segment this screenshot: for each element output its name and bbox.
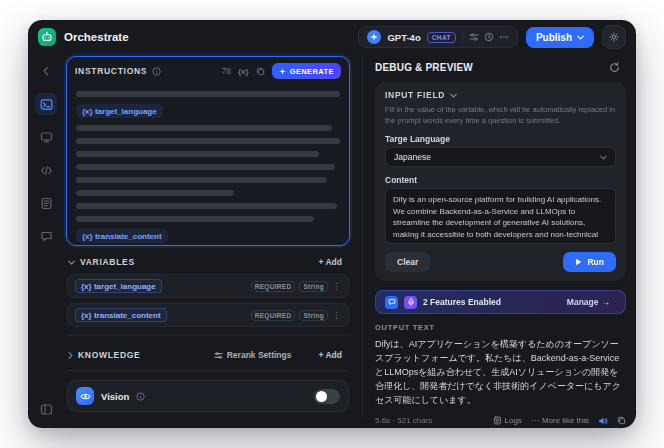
sliders-icon [214, 351, 223, 360]
skeleton-line [76, 203, 337, 209]
skeleton-line [76, 216, 314, 222]
run-label: Run [587, 257, 604, 267]
output-title: OUTPUT TEXT [375, 323, 626, 332]
logs-label: Logs [505, 416, 522, 425]
params-sliders-icon[interactable] [469, 32, 479, 42]
prompt-editor[interactable]: {x} target_language {x} translate_conten… [67, 83, 349, 245]
variable-row[interactable]: {x} translate_content REQUIRED String ⋮ [67, 303, 349, 327]
app-logo-icon [38, 28, 56, 46]
target-language-value: Japanese [394, 152, 431, 162]
vision-label: Vision [101, 391, 129, 402]
vision-toggle[interactable] [314, 389, 340, 404]
output-section: OUTPUT TEXT Difyは、AIアプリケーションを構築するためのオープン… [375, 323, 626, 418]
clear-button[interactable]: Clear [385, 252, 430, 272]
refresh-button[interactable] [603, 61, 626, 74]
required-badge: REQUIRED [251, 310, 296, 321]
manage-features-button[interactable]: Manage → [561, 296, 616, 308]
skeleton-line [76, 164, 335, 170]
sparkle-icon [279, 68, 286, 75]
variable-tag-translate-content: {x} translate_content [76, 229, 168, 243]
input-field-title: INPUT FIELD [385, 90, 445, 100]
generate-label: GENERATE [290, 67, 334, 76]
output-meta: 5.6s · 521 chars [375, 416, 432, 425]
orchestrate-panel: INSTRUCTIONS 78 {x} GEN [66, 56, 350, 418]
more-options-icon[interactable] [499, 32, 509, 42]
debug-actions: Clear Run [385, 252, 616, 272]
collapse-sidebar-icon[interactable] [35, 398, 57, 420]
skeleton-line [76, 190, 234, 196]
knowledge-title: KNOWLEDGE [78, 350, 141, 360]
speak-button[interactable] [598, 416, 608, 426]
insert-variable-icon[interactable]: {x} [238, 67, 249, 76]
add-knowledge-button[interactable]: + Add [312, 349, 348, 361]
chevron-right-icon [68, 352, 73, 359]
variable-tag: {x} target_language [75, 279, 162, 293]
run-button[interactable]: Run [563, 252, 616, 272]
logs-icon [493, 416, 502, 425]
required-badge: REQUIRED [251, 281, 296, 292]
knowledge-section-header[interactable]: KNOWLEDGE Rerank Settings + Add [66, 339, 350, 367]
logs-button[interactable]: Logs [493, 416, 522, 425]
skeleton-line [76, 125, 332, 131]
variable-row[interactable]: {x} target_language REQUIRED String ⋮ [67, 274, 349, 298]
copy-icon [617, 416, 626, 425]
input-field-card: INPUT FIELD Fill in the value of the var… [375, 82, 626, 281]
add-variable-button[interactable]: + Add [312, 256, 348, 268]
skeleton-line [76, 91, 340, 97]
gear-icon [609, 31, 619, 43]
history-icon[interactable] [484, 32, 494, 42]
rerank-settings-button[interactable]: Rerank Settings [208, 349, 298, 361]
sidebar-item-preview[interactable] [35, 126, 57, 148]
token-count: 78 [222, 66, 231, 76]
debug-title: DEBUG & PREVIEW [375, 62, 473, 73]
debug-preview-panel: DEBUG & PREVIEW INPUT FIELD Fill in the … [362, 56, 626, 418]
copy-prompt-icon[interactable] [256, 67, 265, 76]
input-field-description: Fill in the value of the variable, which… [385, 105, 616, 126]
top-bar: Orchestrate GPT-4o CHAT [28, 20, 636, 54]
info-icon [152, 67, 161, 76]
back-icon[interactable] [35, 60, 57, 82]
variable-tag-target-language: {x} target_language [76, 104, 163, 118]
debug-header: DEBUG & PREVIEW [375, 56, 626, 82]
chevron-down-icon [600, 155, 607, 160]
sidebar-item-logs[interactable] [35, 192, 57, 214]
chevron-down-icon [68, 260, 75, 265]
app-settings-button[interactable] [602, 25, 626, 49]
variable-tag: {x} translate_content [75, 308, 167, 322]
variables-title: VARIABLES [80, 257, 135, 267]
sidebar-item-orchestrate[interactable] [35, 93, 57, 115]
content-textarea[interactable]: Dify is an open-source platform for buil… [385, 188, 616, 244]
skeleton-line [76, 138, 340, 144]
vision-feature-row: Vision [67, 380, 349, 412]
speech-to-text-icon [404, 296, 417, 309]
input-field-header[interactable]: INPUT FIELD [385, 90, 616, 100]
left-icon-rail [28, 54, 64, 428]
info-icon [136, 392, 145, 401]
variable-menu-icon[interactable]: ⋮ [332, 311, 341, 320]
output-text: Difyは、AIアプリケーションを構築するためのオープンソースプラットフォームで… [375, 338, 626, 408]
more-like-this-button[interactable]: ⋯ More like this [531, 416, 589, 425]
features-enabled-bar[interactable]: 2 Features Enabled Manage → [375, 290, 626, 314]
model-selector[interactable]: GPT-4o CHAT [358, 26, 517, 48]
speaker-icon [598, 416, 608, 426]
rerank-label: Rerank Settings [227, 350, 292, 360]
skeleton-line [76, 151, 319, 157]
target-language-select[interactable]: Japanese [385, 147, 616, 167]
target-language-label: Targe Language [385, 134, 616, 144]
chat-mode-badge: CHAT [427, 32, 456, 43]
section-divider [67, 370, 349, 371]
copy-output-button[interactable] [617, 416, 626, 425]
app-window: Orchestrate GPT-4o CHAT [28, 20, 636, 428]
generate-button[interactable]: GENERATE [272, 63, 341, 79]
variables-section-header[interactable]: VARIABLES + Add [66, 246, 350, 274]
content-label: Content [385, 175, 616, 185]
skeleton-line [76, 177, 327, 183]
type-badge: String [299, 310, 328, 321]
chevron-down-icon [450, 93, 457, 98]
variable-menu-icon[interactable]: ⋮ [332, 282, 341, 291]
publish-button[interactable]: Publish [526, 27, 594, 48]
features-count-label: 2 Features Enabled [423, 297, 501, 307]
page-title: Orchestrate [64, 31, 129, 43]
sidebar-item-annotations[interactable] [35, 225, 57, 247]
sidebar-item-api-access[interactable] [35, 159, 57, 181]
